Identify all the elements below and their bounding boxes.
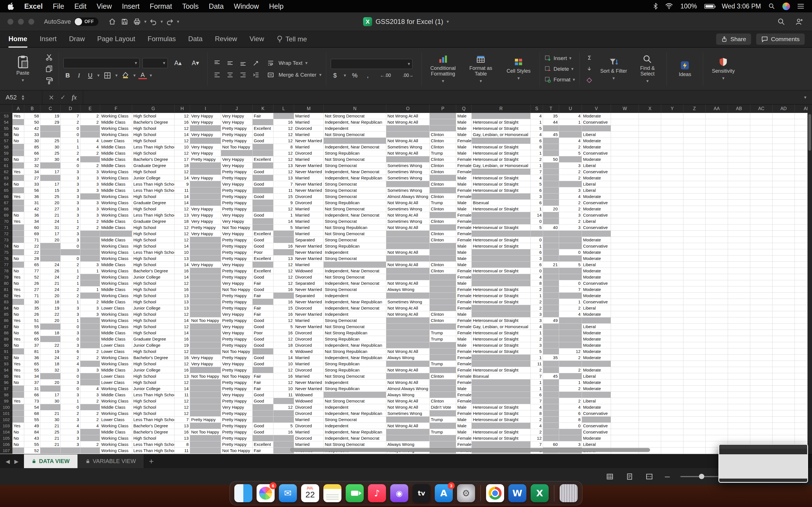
cell[interactable]: Not Strong Democrat — [324, 131, 386, 138]
cell[interactable]: Heterosexual or Straight — [472, 404, 530, 410]
cell[interactable] — [253, 367, 273, 373]
cell[interactable] — [430, 286, 456, 293]
cell[interactable]: 2 — [61, 262, 80, 268]
cell[interactable]: 12 — [273, 125, 294, 131]
cell[interactable]: Heterosexual or Straight — [472, 224, 530, 231]
cell[interactable] — [706, 150, 728, 156]
cell[interactable] — [386, 330, 430, 336]
cell[interactable]: Very Happy — [221, 119, 253, 125]
underline-button[interactable]: U — [86, 72, 94, 79]
cell[interactable]: Male — [456, 280, 472, 286]
cell[interactable]: Very Happy — [190, 119, 221, 125]
cell[interactable] — [750, 231, 772, 237]
cell[interactable]: Moderate — [582, 367, 611, 373]
row-header-63[interactable]: 63 — [0, 175, 12, 181]
cell[interactable]: 2 — [80, 410, 100, 416]
cell[interactable]: 18 — [40, 361, 61, 367]
cell[interactable] — [430, 386, 456, 392]
cell[interactable]: 6 — [559, 410, 582, 416]
cell[interactable] — [80, 429, 100, 435]
cell[interactable] — [582, 361, 611, 367]
cell[interactable] — [639, 416, 661, 423]
cell[interactable] — [750, 262, 772, 268]
cell[interactable] — [40, 324, 61, 330]
cell[interactable]: 55 — [24, 416, 40, 423]
font-color-button[interactable]: A — [139, 72, 147, 79]
cell[interactable] — [543, 435, 559, 441]
cell[interactable] — [772, 299, 795, 305]
cell[interactable]: Heterosexual or Straight — [472, 435, 530, 441]
cell[interactable]: Married — [294, 361, 324, 367]
cell[interactable]: No — [12, 429, 24, 435]
cell[interactable] — [639, 355, 661, 361]
cell[interactable] — [661, 435, 683, 441]
cell[interactable]: Graduate Degree — [132, 163, 174, 169]
cell[interactable] — [386, 342, 430, 348]
cell[interactable] — [543, 398, 559, 404]
cell[interactable] — [639, 125, 661, 131]
cell[interactable] — [80, 361, 100, 367]
cell[interactable]: Male — [456, 131, 472, 138]
cell[interactable]: Not Wrong At All — [386, 379, 430, 386]
cell[interactable]: Good — [253, 193, 273, 200]
cell[interactable] — [386, 256, 430, 262]
cell[interactable] — [559, 293, 582, 299]
cell[interactable]: Liberal — [582, 218, 611, 224]
cell[interactable]: Excellent — [253, 441, 273, 448]
cell[interactable] — [750, 392, 772, 398]
cell[interactable]: 12 — [174, 150, 190, 156]
format-painter-icon[interactable] — [44, 76, 54, 86]
cell[interactable] — [639, 268, 661, 274]
cell[interactable]: Yes — [12, 193, 24, 200]
cell[interactable]: 12 — [174, 404, 190, 410]
cell[interactable] — [750, 423, 772, 429]
cell[interactable]: 7 — [530, 373, 543, 379]
cell[interactable] — [582, 318, 611, 324]
zoom-slider-knob[interactable] — [699, 474, 704, 479]
cell[interactable]: Clinton — [430, 237, 456, 243]
row-header-71[interactable]: 71 — [0, 224, 12, 231]
cell[interactable]: 3 — [559, 163, 582, 169]
cell[interactable]: 12 — [174, 125, 190, 131]
cell[interactable] — [661, 181, 683, 187]
cell[interactable] — [706, 324, 728, 330]
cell[interactable]: 1 — [530, 330, 543, 336]
cell[interactable]: Married — [294, 231, 324, 237]
cell[interactable] — [190, 305, 221, 311]
horizontal-scrollbar[interactable] — [290, 448, 650, 452]
cell[interactable] — [639, 293, 661, 299]
cell[interactable] — [611, 293, 639, 299]
cell[interactable] — [430, 175, 456, 181]
cell[interactable]: Working Class — [100, 355, 132, 361]
cell[interactable]: 2 — [559, 175, 582, 181]
row-header-66[interactable]: 66 — [0, 193, 12, 200]
cell[interactable] — [750, 163, 772, 169]
cell[interactable] — [80, 435, 100, 441]
cell[interactable] — [683, 218, 706, 224]
cell[interactable] — [683, 448, 706, 454]
cell[interactable]: 6 — [61, 348, 80, 355]
cell[interactable]: High School — [132, 150, 174, 156]
cell[interactable] — [683, 392, 706, 398]
cell[interactable] — [543, 274, 559, 280]
cell[interactable] — [430, 256, 456, 262]
cell[interactable] — [611, 398, 639, 404]
cell[interactable]: Excellent — [253, 231, 273, 237]
cell[interactable]: Clinton — [430, 138, 456, 144]
cell[interactable]: No — [12, 441, 24, 448]
cell[interactable] — [543, 181, 559, 187]
cell[interactable]: Pretty Happy — [221, 367, 253, 373]
cell[interactable]: 13 — [174, 256, 190, 262]
cell[interactable]: Trump — [430, 416, 456, 423]
cell[interactable] — [639, 318, 661, 324]
cell[interactable]: 22 — [24, 249, 40, 256]
cell[interactable]: Female — [456, 212, 472, 218]
cell[interactable] — [706, 156, 728, 163]
cell[interactable]: 11 — [174, 392, 190, 398]
cell[interactable] — [728, 193, 750, 200]
cell[interactable]: 3 — [80, 200, 100, 206]
cell[interactable] — [706, 435, 728, 441]
cell[interactable]: 30 — [40, 416, 61, 423]
cell[interactable] — [728, 119, 750, 125]
row-header-79[interactable]: 79 — [0, 274, 12, 280]
